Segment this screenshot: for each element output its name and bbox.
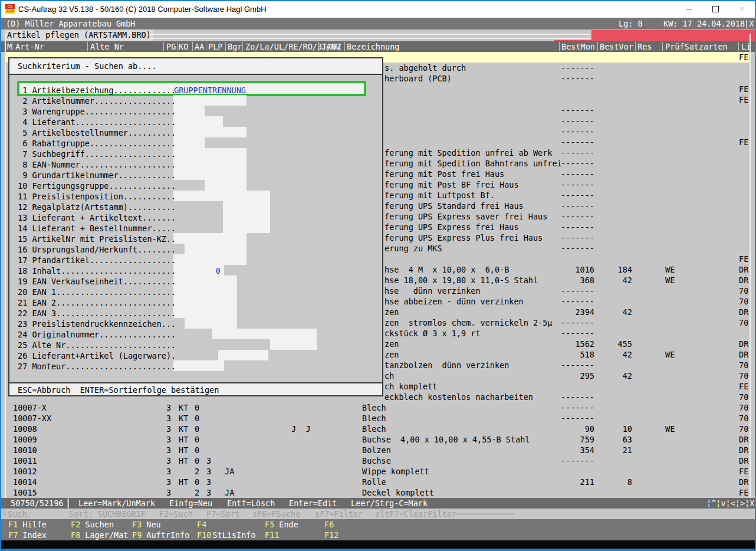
cell-bestvor: 8	[590, 477, 632, 487]
table-row[interactable]: 10012323JAWippe komplettFE	[6, 466, 749, 477]
fn-key-f2[interactable]: F2Suchen	[71, 519, 114, 530]
window-titlebar: CS AUF CS-Auftrag 32 V5.138 - 50/160 (C)…	[0, 0, 756, 18]
cell-bestmon: 1016	[531, 264, 594, 275]
column-header-aa: AA	[195, 41, 204, 52]
cell-li: DR	[739, 349, 748, 360]
fn-key-f8[interactable]: F8Lager/Mat	[71, 530, 128, 540]
fn-key-f1[interactable]: F1Hilfe	[8, 519, 47, 530]
column-separator	[163, 42, 164, 51]
column-separator	[738, 42, 739, 51]
search-sort-hint: Sort: SUCHBEGRIF	[69, 509, 146, 519]
search-sort-hint: Such:	[8, 509, 32, 519]
groove-line	[149, 34, 590, 39]
cell-pruefsatzarten: WE	[665, 424, 675, 434]
cell-bestmon: -------	[531, 413, 594, 424]
cell-li: 70	[739, 402, 748, 413]
close-screen-x[interactable]: |X	[744, 18, 754, 29]
fn-key-f9[interactable]: F9AuftrInfo	[132, 530, 189, 540]
fn-key-f12[interactable]: F12	[324, 530, 338, 540]
table-row[interactable]: 10007-X3KT0Blech-------70	[6, 402, 749, 413]
cell-bezeichnung: hse dünn verzinken	[384, 286, 481, 296]
cell-bezeichnung: zen stromlos chem. vernickeln 2-5µ	[384, 317, 552, 328]
cell-bestmon: 518	[531, 349, 594, 360]
fn-key-f6[interactable]: F6	[324, 519, 334, 530]
column-separator	[318, 42, 319, 51]
status-bar: 50750/52196 ¦^¦v¦<¦>¦X Leer=Mark/UnMarkE…	[0, 498, 756, 509]
table-row[interactable]: 10015323JADeckel komplettFE	[6, 487, 749, 498]
cell-bestmon: 368	[531, 275, 594, 286]
fn-key-f7[interactable]: F7Index	[8, 530, 47, 540]
filter-active-badge: FILTER AKTIV(ändern mit Shift-F7)	[591, 30, 756, 41]
table-row[interactable]: 100093HT0Buchse 4,00 x 10,00 x 4,55-B St…	[6, 434, 749, 445]
fn-key-f3[interactable]: F3Neu	[132, 519, 161, 530]
status-separator	[67, 498, 69, 508]
fn-key-f11[interactable]: F11	[265, 530, 279, 540]
column-header-bestvor: BestVor	[600, 41, 633, 52]
cell-pg: 3	[166, 455, 171, 466]
fn-key-label: F12	[324, 530, 338, 540]
cell-bestmon: -------	[531, 296, 594, 307]
table-row[interactable]: 100113HT03Buchse-------DR	[6, 455, 749, 466]
cell-bezeichnung: Blech	[362, 413, 386, 424]
warehouse-indicator: Lg: 0	[619, 18, 643, 29]
cell-li: FE	[739, 487, 748, 498]
app-window: CS AUF CS-Auftrag 32 V5.138 - 50/160 (C)…	[0, 0, 756, 551]
cell-bezeichnung: Blech	[362, 402, 386, 413]
window-title: CS-Auftrag 32 V5.138 - 50/160 (C) 2018 C…	[18, 4, 267, 15]
maximize-button[interactable]	[702, 0, 729, 17]
cell-bezeichnung: hse abbeizen - dünn verzinken	[384, 296, 524, 307]
cell-plp: 3	[206, 466, 211, 477]
fn-key-label: F2	[71, 520, 80, 529]
table-row[interactable]: 10007-XX3KT0Blech-------70	[6, 413, 749, 424]
cell-bestmon: -------	[531, 286, 594, 296]
column-header-alte-nr: Alte Nr	[90, 41, 124, 52]
cell-ko: HT	[179, 434, 188, 445]
cell-li: DR	[739, 445, 748, 455]
cell-bezeichnung: hse 4 M x 10,00 x 6,0-B	[384, 264, 509, 275]
cell-bestmon: -------	[531, 137, 594, 147]
cell-bezeichnung: zen	[384, 307, 399, 317]
table-row[interactable]: 100083KT0J JBlech9010WE70	[6, 424, 749, 434]
fn-action-label: Suchen	[80, 520, 114, 529]
cell-bezeichnung: erung zu MKS	[384, 243, 442, 254]
view-title-patch: Artikel pflegen (ARTSTAMM.BRO)	[5, 29, 153, 41]
fn-key-f4[interactable]: F4	[197, 519, 206, 530]
column-separator	[559, 42, 560, 51]
scroll-nav-arrows[interactable]: ¦^¦v¦<¦>¦X	[706, 498, 754, 509]
bottom-black-strip	[0, 540, 756, 549]
cell-bestmon: -------	[531, 328, 594, 339]
fn-action-label: Neu	[142, 520, 160, 529]
cell-li: DR	[739, 455, 748, 466]
cell-artnr: 10015	[13, 487, 37, 498]
cell-li: FE	[739, 381, 748, 392]
close-button[interactable]: ✕	[729, 0, 755, 17]
table-row[interactable]: 100103HT0Bolzen35421DR	[6, 445, 749, 455]
column-separator	[87, 42, 88, 51]
cell-artnr: 10007-X	[13, 402, 47, 413]
cell-bezeichnung: Blech	[362, 424, 386, 434]
view-title: Artikel pflegen (ARTSTAMM.BRO)	[7, 30, 151, 40]
cell-plp: 3	[206, 487, 211, 498]
minimize-button[interactable]: –	[676, 0, 702, 17]
cell-bestmon: 354	[531, 445, 594, 455]
cell-li: DR	[739, 339, 748, 349]
fn-row-2: F7IndexF8Lager/MatF9AuftrInfoF10StLisInf…	[0, 530, 756, 540]
function-key-bar: F1HilfeF2SuchenF3NeuF4F5EndeF6 F7IndexF8…	[0, 519, 756, 540]
cell-artnr: 10008	[13, 424, 37, 434]
cell-aa: 0	[195, 477, 199, 487]
search-sort-hint: altF7=ClearFilter	[375, 509, 456, 519]
cell-li: DR	[739, 477, 748, 487]
column-header-janu: JANU	[321, 41, 341, 52]
fn-key-label: F3	[132, 520, 142, 529]
cell-li: 70	[739, 296, 748, 307]
cell-bestmon: -------	[531, 455, 594, 466]
table-row[interactable]: 100143HT03Rolle2118DR	[6, 477, 749, 487]
fn-action-label: AuftrInfo	[142, 530, 189, 540]
cell-aa: 2	[195, 466, 199, 477]
cell-bestvor: 21	[590, 445, 632, 455]
fn-key-f10[interactable]: F10StLisInfo	[197, 530, 256, 540]
fn-key-f5[interactable]: F5Ende	[265, 519, 298, 530]
column-separator	[344, 42, 345, 51]
cell-bezeichnung: ferung mit Spedition unfrei ab Werk	[384, 147, 552, 158]
cell-aa: 0	[195, 413, 199, 424]
